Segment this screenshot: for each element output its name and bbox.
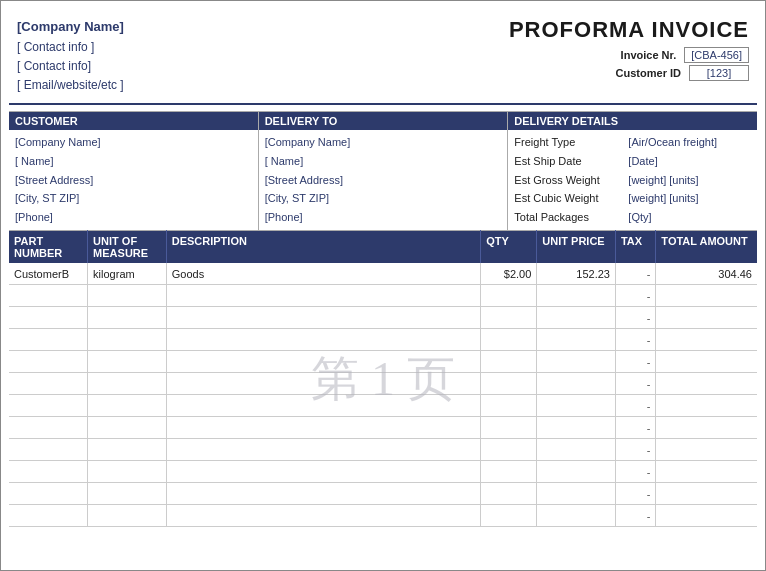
cell-total: [656, 329, 757, 351]
th-total-amount: TOTAL AMOUNT: [656, 230, 757, 263]
table-row: -: [9, 307, 757, 329]
invoice-title: PROFORMA INVOICE: [509, 17, 749, 43]
delivery-details-col: DELIVERY DETAILS Freight Type [Air/Ocean…: [508, 112, 757, 229]
table-row: -: [9, 417, 757, 439]
cell-desc: [166, 351, 480, 373]
invoice-nr-label: Invoice Nr.: [591, 49, 676, 61]
customer-phone: [Phone]: [15, 208, 252, 227]
cell-uom: [88, 505, 167, 527]
invoice-nr-row: Invoice Nr. [CBA-456]: [591, 47, 749, 63]
cell-tax: -: [615, 439, 655, 461]
cell-tax: -: [615, 505, 655, 527]
table-row: -: [9, 285, 757, 307]
cell-uom: [88, 307, 167, 329]
freight-type-row: Freight Type [Air/Ocean freight]: [514, 133, 751, 152]
table-row: -: [9, 373, 757, 395]
est-ship-value: [Date]: [628, 152, 657, 171]
cell-uom: [88, 373, 167, 395]
gross-weight-row: Est Gross Weight [weight] [units]: [514, 171, 751, 190]
th-unit-of-measure: UNIT OF MEASURE: [88, 230, 167, 263]
cell-desc: [166, 373, 480, 395]
cell-uom: [88, 285, 167, 307]
delivery-to-city: [City, ST ZIP]: [265, 189, 502, 208]
table-row: -: [9, 351, 757, 373]
cell-desc: [166, 285, 480, 307]
delivery-to-address: [Street Address]: [265, 171, 502, 190]
cell-part: [9, 329, 88, 351]
contact-2: [ Contact info]: [17, 57, 124, 76]
invoice-title-block: PROFORMA INVOICE Invoice Nr. [CBA-456] C…: [509, 17, 749, 81]
cell-total: [656, 483, 757, 505]
header: [Company Name] [ Contact info ] [ Contac…: [9, 9, 757, 105]
cell-tax: -: [615, 285, 655, 307]
cell-unit-price: [537, 351, 616, 373]
cell-unit-price: 152.23: [537, 263, 616, 285]
th-description: DESCRIPTION: [166, 230, 480, 263]
invoice-nr-value: [CBA-456]: [684, 47, 749, 63]
cell-desc: [166, 483, 480, 505]
table-row: -: [9, 461, 757, 483]
delivery-to-header: DELIVERY TO: [259, 112, 508, 130]
cell-uom: [88, 439, 167, 461]
cell-unit-price: [537, 285, 616, 307]
cell-desc: [166, 307, 480, 329]
cell-qty: [481, 439, 537, 461]
cell-uom: [88, 461, 167, 483]
cell-part: [9, 417, 88, 439]
cell-part: [9, 439, 88, 461]
cell-tax: -: [615, 351, 655, 373]
customer-address: [Street Address]: [15, 171, 252, 190]
cell-desc: [166, 329, 480, 351]
cubic-weight-label: Est Cubic Weight: [514, 189, 624, 208]
cell-uom: [88, 351, 167, 373]
cubic-weight-value: [weight] [units]: [628, 189, 698, 208]
cell-tax: -: [615, 395, 655, 417]
freight-type-value: [Air/Ocean freight]: [628, 133, 717, 152]
cell-total: [656, 307, 757, 329]
cell-total: [656, 351, 757, 373]
cell-part: [9, 351, 88, 373]
table-row: -: [9, 439, 757, 461]
cell-desc: [166, 461, 480, 483]
cell-uom: [88, 395, 167, 417]
cell-part: [9, 307, 88, 329]
cell-qty: [481, 505, 537, 527]
cell-tax: -: [615, 461, 655, 483]
cell-part: [9, 395, 88, 417]
delivery-to-body: [Company Name] [ Name] [Street Address] …: [259, 130, 508, 229]
customer-body: [Company Name] [ Name] [Street Address] …: [9, 130, 258, 229]
contact-3: [ Email/website/etc ]: [17, 76, 124, 95]
cell-unit-price: [537, 395, 616, 417]
cell-qty: [481, 307, 537, 329]
total-packages-label: Total Packages: [514, 208, 624, 227]
cell-qty: [481, 285, 537, 307]
customer-id-row: Customer ID [123]: [596, 65, 749, 81]
est-ship-row: Est Ship Date [Date]: [514, 152, 751, 171]
gross-weight-label: Est Gross Weight: [514, 171, 624, 190]
cell-total: [656, 461, 757, 483]
cell-total: 304.46: [656, 263, 757, 285]
info-section: CUSTOMER [Company Name] [ Name] [Street …: [9, 111, 757, 229]
table-header-row: PART NUMBER UNIT OF MEASURE DESCRIPTION …: [9, 230, 757, 263]
cell-qty: [481, 329, 537, 351]
customer-id-label: Customer ID: [596, 67, 681, 79]
cell-unit-price: [537, 439, 616, 461]
cell-qty: [481, 483, 537, 505]
cell-total: [656, 373, 757, 395]
cell-uom: [88, 483, 167, 505]
cubic-weight-row: Est Cubic Weight [weight] [units]: [514, 189, 751, 208]
delivery-to-name: [ Name]: [265, 152, 502, 171]
th-tax: TAX: [615, 230, 655, 263]
gross-weight-value: [weight] [units]: [628, 171, 698, 190]
cell-total: [656, 439, 757, 461]
cell-uom: kilogram: [88, 263, 167, 285]
cell-part: [9, 461, 88, 483]
th-part-number: PART NUMBER: [9, 230, 88, 263]
cell-uom: [88, 329, 167, 351]
cell-unit-price: [537, 461, 616, 483]
cell-total: [656, 395, 757, 417]
cell-unit-price: [537, 417, 616, 439]
invoice-meta: Invoice Nr. [CBA-456] Customer ID [123]: [509, 47, 749, 81]
cell-tax: -: [615, 307, 655, 329]
cell-qty: $2.00: [481, 263, 537, 285]
